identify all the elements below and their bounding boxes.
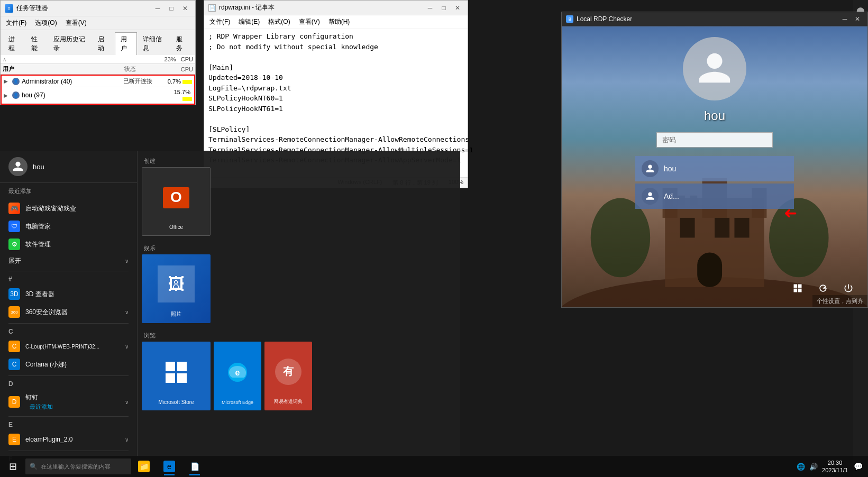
tm-sort-row: ∧ 23% CPU <box>1 55 195 64</box>
notepad-taskbar-icon: 📄 <box>189 461 200 472</box>
titlebar-left: ≡ 任务管理器 <box>5 4 48 13</box>
rdp-window-controls: ─ ✕ <box>839 15 863 23</box>
tab-performance[interactable]: 性能 <box>25 32 48 55</box>
tm-col-status-header[interactable]: 状态 <box>124 65 167 73</box>
list-item[interactable]: D 钉钉 最近添加 ∨ <box>4 390 133 414</box>
rdp-minimize-button[interactable]: ─ <box>839 15 851 23</box>
sm-create-section: 创建 O Office <box>142 155 456 236</box>
taskbar-app-explorer[interactable]: 📁 <box>131 456 157 477</box>
table-row[interactable]: ▶ 👤 Administrator (40) 已断开连接 0.7% <box>2 76 194 87</box>
sm-avatar <box>8 157 28 176</box>
rdp-close-button[interactable]: ✕ <box>852 15 863 23</box>
netease-tile[interactable]: 有 网易有道词典 <box>264 342 312 410</box>
np-menu-format[interactable]: 格式(O) <box>265 16 293 27</box>
office-tile[interactable]: O Office <box>142 167 211 236</box>
edge-tile[interactable]: e Microsoft Edge <box>214 342 261 410</box>
divider <box>8 323 129 324</box>
taskbar-search[interactable]: 🔍 在这里输入你要搜索的内容 <box>25 458 131 474</box>
sm-entertainment-section: 娱乐 🖼 照片 <box>142 242 456 323</box>
rdp-arrow-indicator: ➜ <box>784 204 797 222</box>
photo-tile[interactable]: 🖼 照片 <box>142 254 211 323</box>
tm-menu-view[interactable]: 查看(V) <box>62 17 90 29</box>
taskbar-network-icon[interactable]: 🌐 <box>797 463 805 471</box>
360-expand-chevron: ∨ <box>125 309 129 315</box>
list-item[interactable]: 3D 3D 查看器 <box>4 285 133 303</box>
list-item[interactable]: 🎮 启动游戏窗游戏盒 <box>4 199 133 217</box>
notepad-close-button[interactable]: ✕ <box>452 4 463 12</box>
notepad-taskbar-indicator <box>189 474 200 475</box>
row-expand-admin[interactable]: ▶ <box>4 78 10 84</box>
photo-tile-icon: 🖼 <box>158 259 195 309</box>
tab-startup[interactable]: 启动 <box>92 32 115 55</box>
tm-menu-options[interactable]: 选项(O) <box>32 17 60 29</box>
list-item[interactable]: E eloamPlugin_2.0 ∨ <box>4 430 133 448</box>
notepad-minimize-button[interactable]: ─ <box>424 4 436 12</box>
svg-rect-20 <box>697 253 722 288</box>
taskbar: ⊞ 🔍 在这里输入你要搜索的内容 📁 e 📄 🌐 🔊 20:30 2023/11… <box>0 456 868 477</box>
taskbar-app-edge[interactable]: e <box>157 456 182 477</box>
list-item[interactable]: C C-Loup(HTM-WEB-PRINT)32... ∨ <box>4 337 133 355</box>
taskbar-app-notepad[interactable]: 📄 <box>182 456 207 477</box>
notepad-maximize-button[interactable]: □ <box>438 4 450 12</box>
list-item[interactable]: 🛡 电脑管家 <box>4 217 133 235</box>
list-item[interactable]: hou <box>635 156 794 181</box>
task-manager-window: ≡ 任务管理器 ─ □ ✕ 文件(F) 选项(O) 查看(V) 进程 性能 应用… <box>0 0 196 105</box>
content-line: Updated=2018-10-10 <box>208 72 463 83</box>
taskbar-time-display[interactable]: 20:30 2023/11/1 <box>822 459 848 474</box>
table-row[interactable]: ▶ 👤 hou (97) 15.7% <box>2 87 194 104</box>
sm-create-tiles: O Office <box>142 167 456 236</box>
rdp-user-list: hou Ad... <box>635 156 794 209</box>
rdp-power-button[interactable] <box>840 280 857 297</box>
game-box-icon: 🎮 <box>8 203 20 214</box>
tm-app-icon: ≡ <box>5 4 13 13</box>
dingtalk-recent-label: 最近添加 <box>25 403 53 411</box>
start-button[interactable]: ⊞ <box>0 456 25 477</box>
tab-users[interactable]: 用户 <box>115 32 138 55</box>
tm-sort-icon[interactable]: ∧ <box>3 57 6 62</box>
tab-app-history[interactable]: 应用历史记录 <box>48 32 92 55</box>
taskbar-time: 20:30 <box>822 459 848 466</box>
taskbar-notification-center[interactable]: 💬 <box>852 456 864 477</box>
list-item[interactable]: 360 360安全浏览器 ∨ <box>4 303 133 321</box>
list-item[interactable]: C Cortana (小娜) <box>4 355 133 373</box>
edge-label: Microsoft Edge <box>222 399 253 406</box>
list-item[interactable]: ⚙ 软件管理 <box>4 235 133 253</box>
tm-user-rows: ▶ 👤 Administrator (40) 已断开连接 0.7% ▶ 👤 ho… <box>1 75 195 105</box>
tm-minimize-button[interactable]: ─ <box>152 4 163 13</box>
rdp-refresh-button[interactable] <box>815 280 832 297</box>
np-menu-view[interactable]: 查看(V) <box>296 16 323 27</box>
tm-maximize-button[interactable]: □ <box>166 4 177 13</box>
tm-content: ∧ 23% CPU 用户 状态 CPU ▶ 👤 Administrator (4… <box>1 55 195 105</box>
divider <box>8 375 129 376</box>
svg-rect-6 <box>177 373 187 383</box>
tm-col-cpu-header[interactable]: CPU <box>167 66 193 72</box>
np-menu-edit[interactable]: 编辑(E) <box>235 16 263 27</box>
rdp-bottom-controls <box>789 280 857 297</box>
taskbar-date: 2023/11/1 <box>822 466 848 474</box>
tab-process[interactable]: 进程 <box>3 32 25 55</box>
sm-browse-tiles: Microsoft Store e Microsoft Edge <box>142 342 456 410</box>
rdp-password-field[interactable] <box>656 132 773 148</box>
tab-services[interactable]: 服务 <box>170 32 193 55</box>
rdp-grid-button[interactable] <box>789 280 806 297</box>
expand-item[interactable]: 展开 ∨ <box>4 253 133 269</box>
tab-details[interactable]: 详细信息 <box>137 32 170 55</box>
tm-col-user-header[interactable]: 用户 <box>3 65 124 73</box>
sm-username-display: hou <box>33 163 44 171</box>
np-menu-help[interactable]: 帮助(H) <box>325 16 353 27</box>
tm-close-button[interactable]: ✕ <box>179 4 191 13</box>
taskbar-volume-icon[interactable]: 🔊 <box>809 463 818 471</box>
photo-tile-label: 照片 <box>171 309 181 319</box>
np-menu-file[interactable]: 文件(F) <box>206 16 233 27</box>
tm-menu-file[interactable]: 文件(F) <box>3 17 30 29</box>
rdp-app-icon: 🖥 <box>566 15 573 23</box>
sm-entertainment-label: 娱乐 <box>142 242 456 254</box>
dingtalk-label: 钉钉 <box>25 393 53 402</box>
list-item[interactable]: Ad... <box>635 184 794 209</box>
start-menu-right: 创建 O Office 娱乐 <box>138 151 460 477</box>
cpu-label: CPU <box>181 56 193 62</box>
row-expand-hou[interactable]: ▶ <box>4 93 10 98</box>
admin-username: Administrator (40) <box>22 78 123 85</box>
admin-status: 已断开连接 <box>123 77 166 85</box>
ms-store-tile[interactable]: Microsoft Store <box>142 342 211 410</box>
